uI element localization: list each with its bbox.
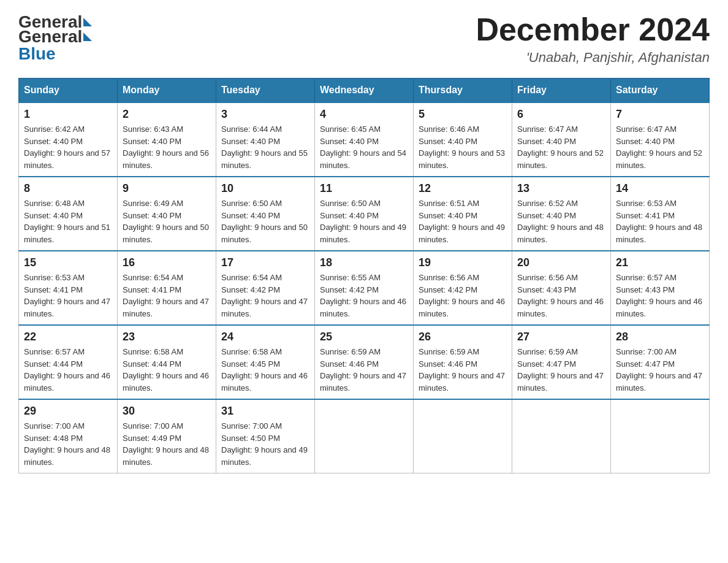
sunset-label: Sunset: 4:40 PM bbox=[320, 137, 379, 146]
sunrise-label: Sunrise: 6:55 AM bbox=[320, 273, 381, 282]
sunrise-label: Sunrise: 6:47 AM bbox=[517, 124, 578, 134]
daylight-label: Daylight: 9 hours and 46 minutes. bbox=[123, 371, 209, 393]
table-row: 15 Sunrise: 6:53 AM Sunset: 4:41 PM Dayl… bbox=[19, 251, 118, 325]
sunrise-label: Sunrise: 6:58 AM bbox=[123, 347, 183, 356]
day-number: 6 bbox=[517, 108, 605, 121]
day-info: Sunrise: 6:56 AM Sunset: 4:43 PM Dayligh… bbox=[517, 272, 605, 320]
daylight-label: Daylight: 9 hours and 46 minutes. bbox=[221, 371, 308, 393]
day-number: 18 bbox=[320, 256, 408, 269]
sunset-label: Sunset: 4:43 PM bbox=[517, 285, 576, 294]
title-area: December 2024 'Unabah, Panjshir, Afghani… bbox=[476, 12, 710, 66]
day-info: Sunrise: 6:51 AM Sunset: 4:40 PM Dayligh… bbox=[419, 197, 507, 245]
sunrise-label: Sunrise: 6:59 AM bbox=[320, 347, 381, 356]
day-info: Sunrise: 6:59 AM Sunset: 4:46 PM Dayligh… bbox=[419, 346, 507, 394]
table-row: 18 Sunrise: 6:55 AM Sunset: 4:42 PM Dayl… bbox=[315, 251, 414, 325]
table-row: 21 Sunrise: 6:57 AM Sunset: 4:43 PM Dayl… bbox=[611, 251, 710, 325]
day-info: Sunrise: 6:50 AM Sunset: 4:40 PM Dayligh… bbox=[221, 197, 309, 245]
location-title: 'Unabah, Panjshir, Afghanistan bbox=[476, 50, 710, 66]
sunrise-label: Sunrise: 6:59 AM bbox=[517, 347, 578, 356]
day-info: Sunrise: 6:58 AM Sunset: 4:44 PM Dayligh… bbox=[123, 346, 211, 394]
sunset-label: Sunset: 4:40 PM bbox=[517, 137, 576, 146]
day-number: 10 bbox=[221, 182, 309, 195]
day-info: Sunrise: 7:00 AM Sunset: 4:48 PM Dayligh… bbox=[24, 420, 112, 468]
table-row: 14 Sunrise: 6:53 AM Sunset: 4:41 PM Dayl… bbox=[611, 177, 710, 251]
day-number: 30 bbox=[123, 405, 211, 418]
weekday-header-row: Sunday Monday Tuesday Wednesday Thursday… bbox=[19, 79, 710, 103]
sunset-label: Sunset: 4:46 PM bbox=[320, 359, 379, 369]
day-number: 15 bbox=[24, 256, 112, 269]
day-number: 25 bbox=[320, 331, 408, 343]
calendar-table: Sunday Monday Tuesday Wednesday Thursday… bbox=[18, 78, 710, 473]
header-sunday: Sunday bbox=[19, 79, 118, 103]
day-info: Sunrise: 6:59 AM Sunset: 4:46 PM Dayligh… bbox=[320, 346, 408, 394]
table-row: 22 Sunrise: 6:57 AM Sunset: 4:44 PM Dayl… bbox=[19, 325, 118, 399]
sunset-label: Sunset: 4:40 PM bbox=[123, 211, 181, 220]
sunrise-label: Sunrise: 6:46 AM bbox=[419, 124, 479, 134]
day-info: Sunrise: 6:54 AM Sunset: 4:41 PM Dayligh… bbox=[123, 272, 211, 320]
table-row bbox=[315, 399, 414, 473]
table-row: 8 Sunrise: 6:48 AM Sunset: 4:40 PM Dayli… bbox=[19, 177, 118, 251]
calendar-week-row: 15 Sunrise: 6:53 AM Sunset: 4:41 PM Dayl… bbox=[19, 251, 710, 325]
table-row: 27 Sunrise: 6:59 AM Sunset: 4:47 PM Dayl… bbox=[512, 325, 611, 399]
daylight-label: Daylight: 9 hours and 53 minutes. bbox=[419, 148, 505, 170]
day-number: 19 bbox=[419, 256, 507, 269]
sunset-label: Sunset: 4:44 PM bbox=[123, 359, 181, 369]
table-row: 17 Sunrise: 6:54 AM Sunset: 4:42 PM Dayl… bbox=[216, 251, 315, 325]
table-row: 11 Sunrise: 6:50 AM Sunset: 4:40 PM Dayl… bbox=[315, 177, 414, 251]
sunset-label: Sunset: 4:42 PM bbox=[221, 285, 280, 294]
logo-blue-text: Blue bbox=[18, 44, 56, 63]
calendar-week-row: 29 Sunrise: 7:00 AM Sunset: 4:48 PM Dayl… bbox=[19, 399, 710, 473]
day-info: Sunrise: 6:59 AM Sunset: 4:47 PM Dayligh… bbox=[517, 346, 605, 394]
day-info: Sunrise: 6:44 AM Sunset: 4:40 PM Dayligh… bbox=[221, 123, 309, 171]
calendar-week-row: 8 Sunrise: 6:48 AM Sunset: 4:40 PM Dayli… bbox=[19, 177, 710, 251]
daylight-label: Daylight: 9 hours and 47 minutes. bbox=[419, 371, 505, 393]
sunrise-label: Sunrise: 6:57 AM bbox=[616, 273, 677, 282]
table-row bbox=[414, 399, 512, 473]
day-number: 14 bbox=[616, 182, 704, 195]
sunrise-label: Sunrise: 6:42 AM bbox=[24, 124, 85, 134]
sunrise-label: Sunrise: 6:54 AM bbox=[123, 273, 183, 282]
sunrise-label: Sunrise: 6:45 AM bbox=[320, 124, 381, 134]
day-info: Sunrise: 6:49 AM Sunset: 4:40 PM Dayligh… bbox=[123, 197, 211, 245]
day-number: 28 bbox=[616, 331, 704, 343]
sunrise-label: Sunrise: 6:44 AM bbox=[221, 124, 282, 134]
sunset-label: Sunset: 4:47 PM bbox=[616, 359, 675, 369]
table-row: 26 Sunrise: 6:59 AM Sunset: 4:46 PM Dayl… bbox=[414, 325, 512, 399]
sunset-label: Sunset: 4:48 PM bbox=[24, 434, 83, 443]
logo: General General Blue bbox=[18, 12, 93, 64]
sunset-label: Sunset: 4:41 PM bbox=[123, 285, 181, 294]
table-row: 25 Sunrise: 6:59 AM Sunset: 4:46 PM Dayl… bbox=[315, 325, 414, 399]
day-info: Sunrise: 6:54 AM Sunset: 4:42 PM Dayligh… bbox=[221, 272, 309, 320]
day-info: Sunrise: 6:53 AM Sunset: 4:41 PM Dayligh… bbox=[24, 272, 112, 320]
daylight-label: Daylight: 9 hours and 47 minutes. bbox=[24, 297, 110, 318]
day-number: 2 bbox=[123, 108, 211, 121]
table-row: 9 Sunrise: 6:49 AM Sunset: 4:40 PM Dayli… bbox=[118, 177, 216, 251]
daylight-label: Daylight: 9 hours and 56 minutes. bbox=[123, 148, 209, 170]
day-info: Sunrise: 6:47 AM Sunset: 4:40 PM Dayligh… bbox=[517, 123, 605, 171]
calendar-week-row: 1 Sunrise: 6:42 AM Sunset: 4:40 PM Dayli… bbox=[19, 102, 710, 177]
table-row: 3 Sunrise: 6:44 AM Sunset: 4:40 PM Dayli… bbox=[216, 102, 315, 177]
page-header: General General Blue December 2024 'Unab… bbox=[18, 12, 710, 66]
day-info: Sunrise: 7:00 AM Sunset: 4:50 PM Dayligh… bbox=[221, 420, 309, 468]
daylight-label: Daylight: 9 hours and 47 minutes. bbox=[517, 371, 604, 393]
daylight-label: Daylight: 9 hours and 52 minutes. bbox=[616, 148, 702, 170]
sunrise-label: Sunrise: 6:53 AM bbox=[616, 199, 677, 208]
sunrise-label: Sunrise: 6:50 AM bbox=[221, 199, 282, 208]
sunrise-label: Sunrise: 7:00 AM bbox=[24, 421, 85, 431]
sunset-label: Sunset: 4:40 PM bbox=[24, 137, 83, 146]
day-number: 17 bbox=[221, 256, 309, 269]
table-row: 2 Sunrise: 6:43 AM Sunset: 4:40 PM Dayli… bbox=[118, 102, 216, 177]
sunrise-label: Sunrise: 6:47 AM bbox=[616, 124, 677, 134]
table-row: 31 Sunrise: 7:00 AM Sunset: 4:50 PM Dayl… bbox=[216, 399, 315, 473]
table-row: 10 Sunrise: 6:50 AM Sunset: 4:40 PM Dayl… bbox=[216, 177, 315, 251]
daylight-label: Daylight: 9 hours and 46 minutes. bbox=[320, 297, 406, 318]
sunrise-label: Sunrise: 7:00 AM bbox=[221, 421, 282, 431]
table-row: 19 Sunrise: 6:56 AM Sunset: 4:42 PM Dayl… bbox=[414, 251, 512, 325]
daylight-label: Daylight: 9 hours and 54 minutes. bbox=[320, 148, 406, 170]
daylight-label: Daylight: 9 hours and 55 minutes. bbox=[221, 148, 308, 170]
sunrise-label: Sunrise: 6:56 AM bbox=[419, 273, 479, 282]
day-number: 8 bbox=[24, 182, 112, 195]
day-info: Sunrise: 6:45 AM Sunset: 4:40 PM Dayligh… bbox=[320, 123, 408, 171]
day-number: 24 bbox=[221, 331, 309, 343]
sunset-label: Sunset: 4:47 PM bbox=[517, 359, 576, 369]
